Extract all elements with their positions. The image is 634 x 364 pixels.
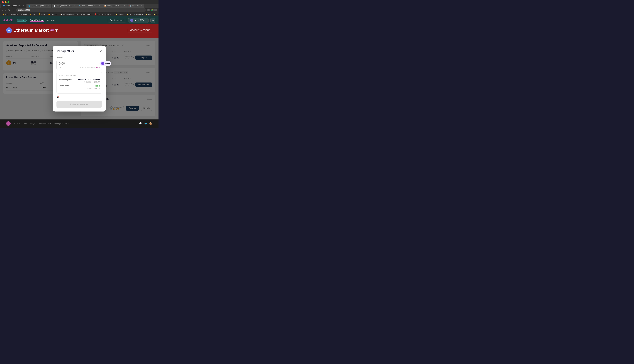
footer-logo <box>6 121 10 126</box>
browser-tab[interactable]: 🔷Aave - Open Source Liquidity...✕ <box>1 4 26 8</box>
footer-analytics-link[interactable]: Manage analytics <box>54 122 69 124</box>
bookmark-item[interactable]: 📋JSONFORMATTER <box>59 13 79 16</box>
tab-label: Aave - Open Source Liquidity... <box>6 5 22 7</box>
bookmark-item[interactable]: ✉Gmail <box>10 13 19 16</box>
bookmark-item[interactable]: 🔗Chainlist <box>132 13 144 16</box>
liquidation-note: Liquidation at <1.0 <box>86 88 100 89</box>
main-content: Asset You Deposited As Collateral Balanc… <box>0 38 158 120</box>
market-dropdown-icon[interactable]: ▾ <box>56 28 58 33</box>
tab-label: ETHGlobal | LFGHO <box>32 5 47 7</box>
tab-label: Editing Burra-Vault-LFGHO/... <box>107 5 123 7</box>
refresh-button[interactable]: ↻ <box>8 8 11 12</box>
maximize-window-button[interactable] <box>8 1 9 3</box>
bookmark-item[interactable]: 🐱cato <box>28 13 36 16</box>
bookmark-icon: 📁 <box>146 13 148 15</box>
nav-right: Switch tokens ⇄ 0x1c...737e ▾ ⚙ <box>108 18 156 23</box>
switch-tokens-label: Switch tokens <box>110 19 122 21</box>
footer-docs-link[interactable]: Docs <box>23 122 27 124</box>
bookmark-label: Factorial <box>51 13 57 15</box>
bookmarks-bar: ⚡App✉Gmail✉fabri🐱cato🔑keyko🔶Factorial📋JS… <box>0 12 158 16</box>
bookmark-item[interactable]: ✉fabri <box>20 13 28 16</box>
settings-button[interactable]: ⚙ <box>150 18 156 23</box>
bookmark-icon: 📁 <box>153 13 156 15</box>
nav-more[interactable]: More ••• <box>47 19 54 22</box>
bookmark-item[interactable]: ⚡App <box>1 13 9 16</box>
extension-icon[interactable]: 🧩 <box>151 8 154 12</box>
bookmark-item[interactable]: 📁AA <box>144 13 152 16</box>
forward-button[interactable]: › <box>4 8 6 12</box>
footer-faqs-link[interactable]: FAQS <box>30 122 36 124</box>
footer-social-icons: 💬 🐦 📦 <box>139 122 152 125</box>
remaining-sub-to: → $ 22.00 <box>92 81 100 83</box>
bookmark-item[interactable]: 🔴regex101: build, te... <box>94 13 114 16</box>
app-container: AAVE TESTNET Burra Facilitator More ••• … <box>0 16 158 128</box>
home-button[interactable]: ⌂ <box>12 8 14 12</box>
star-icon[interactable]: ☆ <box>147 8 150 12</box>
bookmark-label: dub3 <box>156 13 158 15</box>
bookmark-label: finance <box>118 13 124 15</box>
remaining-debt-arrow: 22.00 GHO → 22.00 GHO <box>78 78 100 81</box>
view-transactions-button[interactable]: VIEW TRANSACTIONS <box>128 28 152 32</box>
health-factor-row: Health factor 8.00 Liquidation at <1.0 <box>59 85 100 89</box>
menu-icon[interactable]: ⋮ <box>154 8 157 12</box>
modal-overlay: Repay GHO ✕ Amount G GHO $ 0 <box>0 38 158 120</box>
minimize-window-button[interactable] <box>5 1 6 3</box>
bookmark-icon: ✉ <box>11 13 13 15</box>
switch-tokens-button[interactable]: Switch tokens ⇄ <box>108 18 126 22</box>
github-icon[interactable]: 📦 <box>149 122 152 125</box>
footer-privacy-link[interactable]: Privacy <box>14 122 20 124</box>
wallet-badge[interactable]: 0x1c...737e ▾ <box>128 18 148 23</box>
browser-chrome: 🔷Aave - Open Source Liquidity...✕🌐ETHGlo… <box>0 0 158 16</box>
remaining-sub-from: $ 21.59E <box>84 81 91 83</box>
bookmark-label: cato <box>32 13 36 15</box>
max-button[interactable]: MAX <box>96 66 100 68</box>
browser-tab[interactable]: 🤖ChatGPT✕ <box>128 4 144 8</box>
testnet-badge: TESTNET <box>17 19 27 22</box>
address-input[interactable] <box>16 8 146 12</box>
modal-header: Repay GHO ✕ <box>56 50 102 53</box>
twitter-icon[interactable]: 🐦 <box>144 122 147 125</box>
aave-logo: AAVE <box>3 18 14 22</box>
modal-close-button[interactable]: ✕ <box>99 50 102 53</box>
footer-feedback-link[interactable]: Send feedback <box>38 122 51 124</box>
transaction-overview: Transaction overview Remaining debt 22.0… <box>56 72 102 94</box>
bookmark-item[interactable]: 📁dub3 <box>152 13 158 16</box>
bookmark-item[interactable]: 🔑keyko <box>37 13 46 16</box>
tab-favicon: 🔷 <box>3 5 5 7</box>
tab-close-icon[interactable]: ✕ <box>99 5 100 6</box>
bookmark-icon: 🐱 <box>30 13 32 15</box>
back-button[interactable]: ‹ <box>1 8 3 12</box>
token-badge: G GHO <box>100 61 112 66</box>
bookmark-item[interactable]: 🔶Factorial <box>47 13 58 16</box>
bookmark-item[interactable]: 📁cv <box>126 13 132 16</box>
tx-overview-title: Transaction overview <box>59 74 100 76</box>
tab-close-icon[interactable]: ✕ <box>140 5 142 6</box>
browser-tab[interactable]: 📋Editing Burra-Vault-LFGHO/...✕ <box>102 4 127 8</box>
tab-close-icon[interactable]: ✕ <box>48 5 50 6</box>
bookmark-label: AA <box>148 13 150 15</box>
browser-tab[interactable]: 📝20 Synonyms & Antonyms fo...✕ <box>52 4 76 8</box>
bookmark-icon: 📋 <box>60 13 62 15</box>
wallet-avatar <box>130 19 134 22</box>
tab-close-icon[interactable]: ✕ <box>74 5 75 6</box>
remaining-debt-to: 22.00 GHO <box>90 78 100 81</box>
remaining-debt-sub: $ 21.59E → $ 22.00 <box>78 81 100 83</box>
close-window-button[interactable] <box>2 1 4 3</box>
discord-icon[interactable]: 💬 <box>139 122 142 125</box>
amount-label: Amount <box>56 56 102 58</box>
tab-close-icon[interactable]: ✕ <box>124 5 125 6</box>
bookmark-icon: ⚙ <box>81 13 83 15</box>
address-bar: ‹ › ↻ ⌂ ☆ 🧩 ⋮ <box>0 8 158 12</box>
browser-tab[interactable]: 🔍debt security market - Cerca...✕ <box>77 4 102 8</box>
health-factor-label: Health factor <box>59 85 70 87</box>
nav-burra-facilitator[interactable]: Burra Facilitator <box>30 19 44 22</box>
bookmark-label: App <box>5 13 8 15</box>
browser-tab[interactable]: 🌐ETHGlobal | LFGHO✕ <box>26 4 51 8</box>
bookmark-icon: ⚡ <box>2 13 4 15</box>
remaining-debt-row: Remaining debt 22.00 GHO → 22.00 GHO $ 2… <box>59 78 100 83</box>
amount-input[interactable] <box>59 62 98 65</box>
wallet-address: 0x1c...737e <box>135 19 144 21</box>
bookmark-item[interactable]: ⚙js compiler <box>80 13 92 16</box>
bookmark-item[interactable]: 📁finance <box>114 13 124 16</box>
tab-close-icon[interactable]: ✕ <box>23 5 24 6</box>
